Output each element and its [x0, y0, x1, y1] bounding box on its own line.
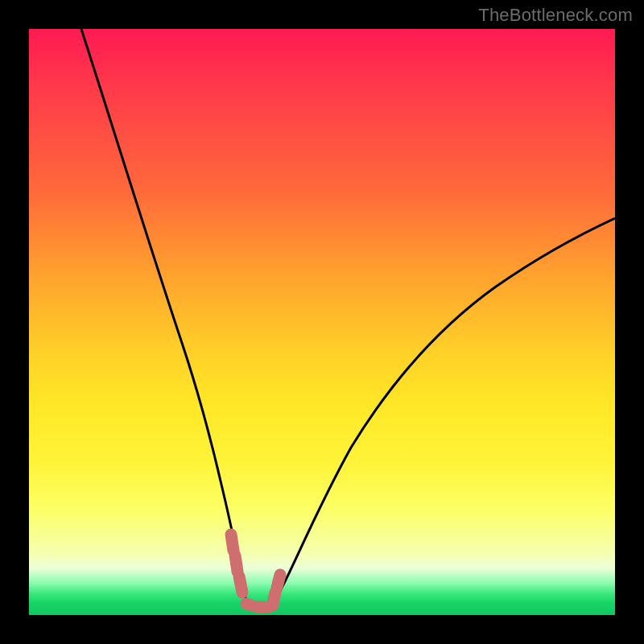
curve-layer — [29, 29, 615, 615]
left-curve — [81, 29, 246, 602]
svg-line-6 — [273, 592, 275, 604]
watermark-text: TheBottleneck.com — [478, 5, 633, 26]
svg-line-1 — [235, 555, 237, 572]
svg-line-0 — [231, 535, 233, 551]
svg-line-2 — [239, 576, 242, 592]
plot-area — [29, 29, 615, 615]
valley-markers — [231, 535, 280, 607]
svg-line-7 — [277, 575, 280, 588]
chart-frame: TheBottleneck.com — [0, 0, 644, 644]
right-curve — [270, 218, 615, 609]
svg-line-3 — [246, 604, 251, 605]
